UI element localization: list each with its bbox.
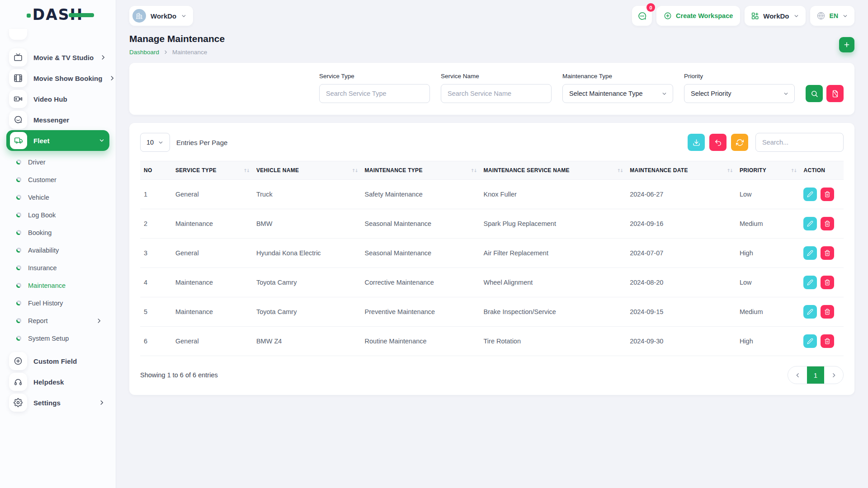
sidebar-item-system-setup[interactable]: System Setup [6,329,109,347]
reset-button[interactable] [709,134,726,151]
service-type-input[interactable] [319,84,430,103]
sidebar-item-insurance[interactable]: Insurance [6,259,109,277]
sidebar-item-fleet[interactable]: Fleet [6,130,109,151]
clear-filters-button[interactable] [826,85,844,102]
delete-button[interactable] [821,246,834,260]
filter-label-service-type: Service Type [319,73,430,80]
bullet-icon [16,300,21,305]
sidebar-item-custom-field[interactable]: Custom Field [6,351,109,371]
delete-button[interactable] [821,217,834,230]
brand-logo[interactable]: DASH [0,0,116,29]
sidebar-item-video-hub[interactable]: Video Hub [6,89,109,109]
cell-no: 5 [140,297,172,327]
edit-button[interactable] [803,276,817,289]
column-header-maintenance-type[interactable]: MAINTENANCE TYPE [361,161,480,180]
sidebar-item-maintenance[interactable]: Maintenance [6,277,109,294]
service-name-input[interactable] [441,84,552,103]
column-header-priority[interactable]: PRIORITY [736,161,800,180]
sidebar-item-vehicle[interactable]: Vehicle [6,188,109,206]
cell-maintenance-date: 2024-07-07 [626,239,736,268]
filter-field-priority: Priority Select Priority [684,73,795,103]
edit-button[interactable] [803,246,817,260]
language-code: EN [830,12,838,19]
sidebar-item-driver[interactable]: Driver [6,153,109,171]
cell-maintenance-service-name: Tire Rotation [480,327,627,356]
sidebar-subitem-label: Insurance [28,264,57,272]
chevron-down-icon [793,13,799,19]
table-toolbar-actions [688,133,844,152]
sidebar-item-label: Helpdesk [33,378,64,386]
workspace-avatar [132,9,146,23]
cell-no: 1 [140,180,172,209]
grid-plus-icon [751,12,759,20]
messages-button[interactable]: 0 [632,6,652,26]
refresh-button[interactable] [731,134,748,151]
column-header-service-type[interactable]: SERVICE TYPE [172,161,253,180]
sidebar-item-movie-tv-studio[interactable]: Movie & TV Studio [6,47,109,68]
breadcrumb-current: Maintenance [172,49,207,56]
sidebar-item-settings[interactable]: Settings [6,392,109,413]
edit-button[interactable] [803,305,817,319]
sidebar-item-fuel-history[interactable]: Fuel History [6,294,109,312]
delete-button[interactable] [821,305,834,319]
sidebar-item-messenger[interactable]: Messenger [6,109,109,130]
current-page[interactable]: 1 [807,366,824,384]
language-selector[interactable]: EN [810,6,854,26]
video-camera-icon [9,90,27,108]
sidebar-item-report[interactable]: Report [6,312,109,329]
cell-vehicle-name: Toyota Camry [253,268,361,297]
sort-icon [617,167,623,174]
column-header-maintenance-service-name[interactable]: MAINTENANCE SERVICE NAME [480,161,627,180]
topbar-actions: 0 Create Workspace WorkDo [632,6,854,26]
cell-maintenance-type: Corrective Maintenance [361,268,480,297]
priority-select[interactable]: Select Priority [684,84,795,103]
sidebar-item-booking[interactable]: Booking [6,224,109,241]
create-workspace-label: Create Workspace [676,12,733,19]
app-switcher[interactable]: WorkDo [745,6,805,26]
create-workspace-button[interactable]: Create Workspace [656,6,740,26]
sidebar-item-movie-show-booking[interactable]: Movie Show Booking [6,68,109,89]
cell-priority: Low [736,180,800,209]
plus-icon [843,41,850,48]
delete-button[interactable] [821,334,834,348]
prev-page-button[interactable] [788,366,807,384]
cell-maintenance-type: Seasonal Maintenance [361,239,480,268]
cell-priority: High [736,327,800,356]
sidebar-subitem-label: Customer [28,176,57,183]
next-page-button[interactable] [824,366,843,384]
bullet-icon [16,318,21,323]
cell-service-type: Maintenance [172,297,253,327]
breadcrumb-dashboard-link[interactable]: Dashboard [129,49,159,56]
edit-button[interactable] [803,188,817,201]
entries-per-page-select[interactable]: 10 [140,133,170,152]
cell-no: 2 [140,209,172,239]
chevron-down-icon [99,137,105,144]
column-header-maintenance-date[interactable]: MAINTENANCE DATE [626,161,736,180]
sidebar-item-log-book[interactable]: Log Book [6,206,109,224]
apply-filters-button[interactable] [806,85,823,102]
sidebar: DASH Movie & TV StudioMovie Show Booking… [0,0,116,488]
workspace-switcher[interactable]: WorkDo [129,6,193,26]
sidebar-item-customer[interactable]: Customer [6,171,109,188]
edit-button[interactable] [803,334,817,348]
sidebar-item-helpdesk[interactable]: Helpdesk [6,371,109,392]
delete-button[interactable] [821,276,834,289]
chevron-down-icon [158,140,164,145]
column-header-action: ACTION [800,161,844,180]
column-header-vehicle-name[interactable]: VEHICLE NAME [253,161,361,180]
chevron-right-icon [96,318,102,324]
table-search-input[interactable] [755,133,844,152]
bullet-icon [16,336,21,341]
sidebar-item-label: Messenger [33,116,69,124]
cell-maintenance-date: 2024-09-30 [626,327,736,356]
sidebar-item-availability[interactable]: Availability [6,241,109,259]
sidebar-item-label: Fleet [33,137,50,145]
page-content: Manage Maintenance Dashboard Maintenance [116,29,868,395]
column-header-label: MAINTENANCE TYPE [365,167,423,174]
sidebar-subitem-label: Availability [28,247,59,254]
delete-button[interactable] [821,188,834,201]
add-maintenance-button[interactable] [839,37,854,52]
export-button[interactable] [688,134,705,151]
maintenance-type-select[interactable]: Select Maintenance Type [562,84,673,103]
edit-button[interactable] [803,217,817,230]
